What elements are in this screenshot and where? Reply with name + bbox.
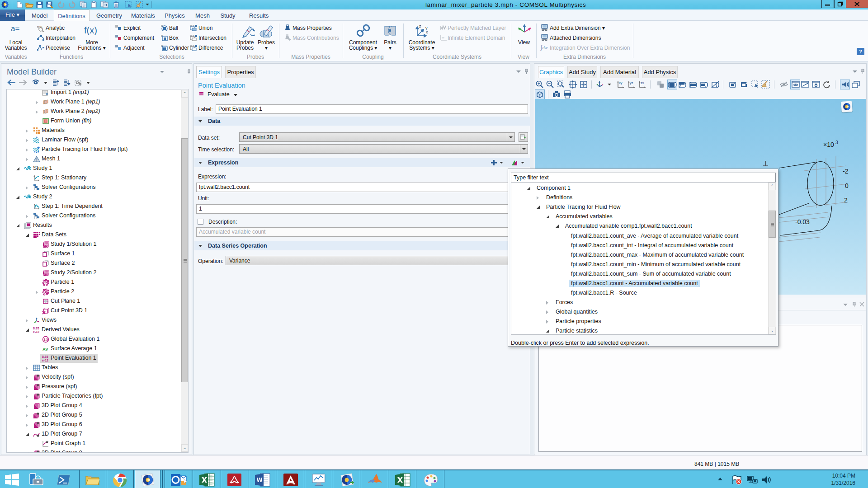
svg-text:f(x): f(x) [37,25,42,29]
svg-text:2: 2 [844,197,848,204]
svg-text:x: x [426,30,428,34]
svg-text:8.5: 8.5 [44,338,48,341]
svg-text:8.85: 8.85 [42,355,48,358]
svg-text:8.85: 8.85 [33,327,39,330]
svg-text:e-12: e-12 [42,359,48,362]
svg-text:yz: yz [630,81,633,85]
svg-text:e-12: e-12 [33,330,39,333]
svg-text:z: z [419,24,421,28]
svg-text:-2: -2 [843,168,849,175]
svg-text:×10-3: ×10-3 [823,140,838,148]
svg-text:AV: AV [42,347,48,352]
svg-text:zx: zx [641,81,644,85]
svg-text:0: 0 [845,182,849,189]
svg-text:xy: xy [619,81,623,85]
svg-text:-0.03: -0.03 [795,218,810,225]
svg-text:∞: ∞ [442,36,444,40]
